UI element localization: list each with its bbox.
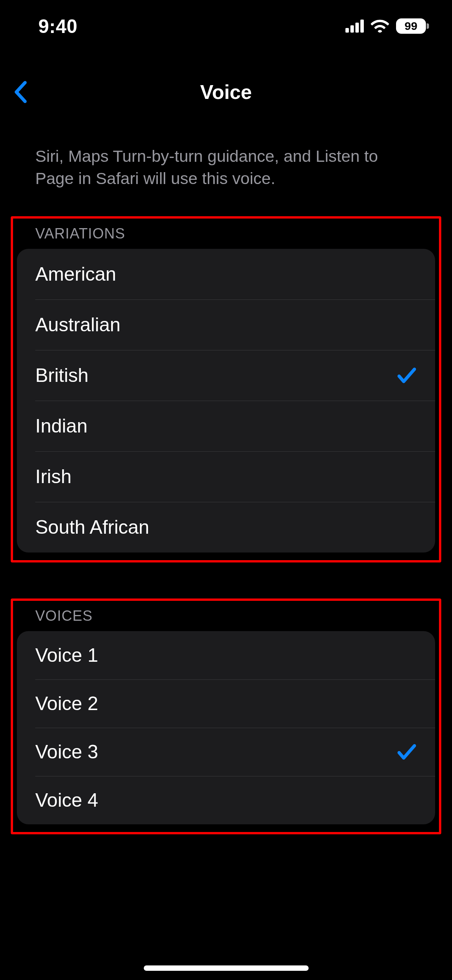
voices-list: Voice 1Voice 2Voice 3Voice 4 <box>17 631 435 824</box>
variations-header: VARIATIONS <box>17 225 435 249</box>
voice-label: Voice 1 <box>35 644 98 666</box>
voice-row[interactable]: Voice 2 <box>17 679 435 728</box>
variation-label: South African <box>35 516 149 538</box>
voice-row[interactable]: Voice 1 <box>17 631 435 679</box>
variation-row[interactable]: South African <box>17 502 435 552</box>
variations-section: VARIATIONS AmericanAustralianBritishIndi… <box>18 216 434 562</box>
voices-header: VOICES <box>17 608 435 631</box>
annotation-highlight-voices: VOICES Voice 1Voice 2Voice 3Voice 4 <box>11 599 441 834</box>
voice-label: Voice 2 <box>35 692 98 715</box>
variation-row[interactable]: British <box>17 350 435 401</box>
voice-row[interactable]: Voice 3 <box>17 728 435 776</box>
variation-row[interactable]: Australian <box>17 299 435 350</box>
home-indicator[interactable] <box>144 965 309 971</box>
variation-label: Indian <box>35 415 87 437</box>
voice-label: Voice 3 <box>35 741 98 763</box>
back-button[interactable] <box>9 77 32 107</box>
voices-section: VOICES Voice 1Voice 2Voice 3Voice 4 <box>18 599 434 834</box>
checkmark-icon <box>397 366 417 385</box>
voice-row[interactable]: Voice 4 <box>17 776 435 824</box>
status-time: 9:40 <box>38 15 77 38</box>
status-bar: 9:40 99 <box>0 0 452 50</box>
variation-label: Irish <box>35 465 71 488</box>
page-title: Voice <box>200 81 252 104</box>
description-text: Siri, Maps Turn-by-turn guidance, and Li… <box>17 127 434 189</box>
variation-label: American <box>35 263 116 285</box>
variation-row[interactable]: Indian <box>17 401 435 451</box>
variation-row[interactable]: Irish <box>17 451 435 502</box>
variation-row[interactable]: American <box>17 249 435 299</box>
chevron-left-icon <box>14 81 27 103</box>
wifi-icon <box>371 19 389 33</box>
variation-label: Australian <box>35 314 120 336</box>
status-indicators: 99 <box>345 18 429 34</box>
battery-percent: 99 <box>396 18 426 34</box>
nav-bar: Voice <box>0 73 452 111</box>
checkmark-icon <box>397 743 417 761</box>
cellular-icon <box>345 20 364 33</box>
annotation-highlight-variations: VARIATIONS AmericanAustralianBritishIndi… <box>11 216 441 562</box>
battery-icon: 99 <box>396 18 429 34</box>
variations-list: AmericanAustralianBritishIndianIrishSout… <box>17 249 435 552</box>
voice-label: Voice 4 <box>35 789 98 811</box>
content: Siri, Maps Turn-by-turn guidance, and Li… <box>0 127 452 980</box>
variation-label: British <box>35 364 89 386</box>
